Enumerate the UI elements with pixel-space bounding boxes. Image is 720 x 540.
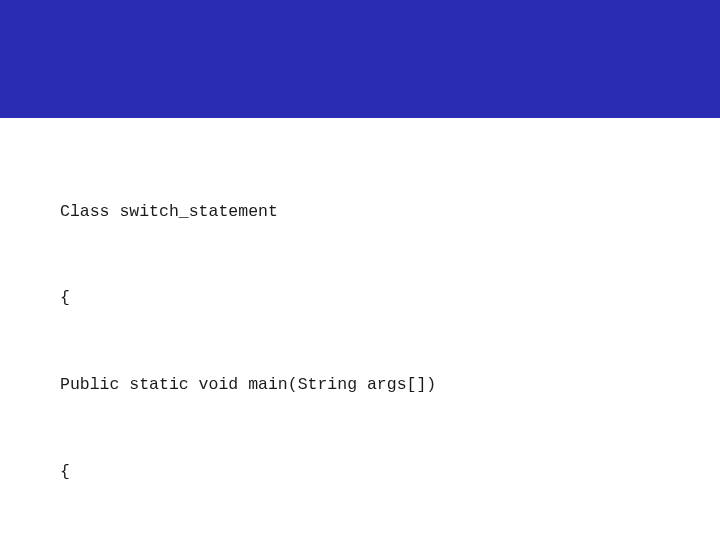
code-block: Class switch_statement { Public static v…: [60, 140, 486, 540]
code-line: Class switch_statement: [60, 198, 486, 227]
code-line: {: [60, 458, 486, 487]
code-line: {: [60, 284, 486, 313]
slide: Class switch_statement { Public static v…: [0, 0, 720, 540]
code-line: Public static void main(String args[]): [60, 371, 486, 400]
header-bar: [0, 0, 720, 118]
